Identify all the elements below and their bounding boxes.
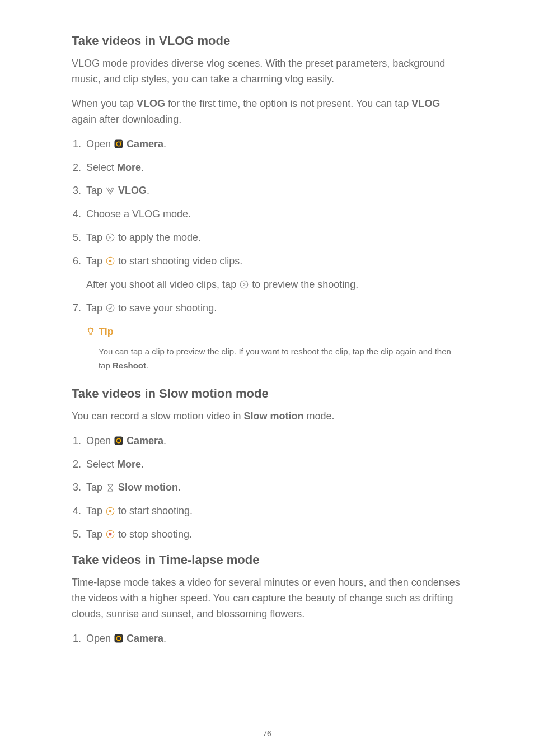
list-item: Open Camera.	[72, 433, 462, 449]
svg-point-2	[121, 141, 122, 142]
hourglass-icon	[105, 483, 115, 493]
text: Tap	[86, 529, 105, 540]
list-item: Tap Slow motion.	[72, 480, 462, 496]
stop-icon	[105, 529, 115, 539]
text: to apply the mode.	[115, 232, 201, 243]
svg-point-17	[121, 636, 122, 637]
list-item: Tap to save your shooting.	[72, 301, 462, 316]
text: VLOG mode provides diverse vlog scenes. …	[72, 58, 414, 69]
text: for the first time, the option is not pr…	[165, 98, 411, 109]
text: .	[147, 185, 149, 196]
vlog-label: VLOG	[118, 185, 147, 196]
text: Tap	[86, 232, 105, 243]
svg-rect-15	[115, 634, 123, 643]
tip-block: Tip You can tap a clip to preview the cl…	[86, 324, 462, 373]
preview-circle-icon	[239, 279, 249, 290]
section-timelapse: Take videos in Time-lapse mode Time-laps…	[72, 550, 462, 647]
list-item: Tap to apply the mode.	[72, 230, 462, 246]
record-icon	[105, 506, 115, 516]
text: Tap	[86, 255, 105, 267]
svg-point-7	[106, 304, 114, 312]
vlog-label: VLOG	[137, 98, 165, 109]
slowmo-desc: You can record a slow motion video in Sl…	[72, 409, 462, 424]
list-item: Tap to start shooting.	[72, 503, 462, 519]
timelapse-steps: Open Camera.	[72, 631, 462, 647]
heading-timelapse: Take videos in Time-lapse mode	[72, 550, 462, 570]
slowmo-label: Slow motion	[244, 410, 304, 422]
svg-rect-14	[109, 533, 112, 536]
svg-point-6	[240, 281, 248, 289]
camera-label: Camera	[127, 633, 163, 644]
svg-rect-0	[115, 139, 123, 148]
text: .	[141, 459, 144, 470]
tip-heading: Tip	[86, 324, 462, 340]
text: Tap	[86, 482, 105, 493]
camera-label: Camera	[127, 435, 163, 446]
heading-slowmo: Take videos in Slow motion mode	[72, 384, 462, 403]
list-item: Tap to stop shooting.	[72, 527, 462, 543]
text: Camera	[127, 435, 163, 446]
text: Time-lapse mode takes a video for severa…	[72, 577, 428, 588]
tip-body: You can tap a clip to preview the clip. …	[99, 344, 462, 373]
camera-label: Camera	[127, 138, 163, 150]
text: to preview the shooting.	[249, 279, 358, 290]
tip-label: Tip	[99, 324, 114, 340]
page-number: 76	[0, 728, 534, 740]
svg-point-12	[109, 510, 112, 512]
text: You can record a slow motion video in	[72, 410, 244, 422]
text: Tap	[86, 185, 105, 196]
more-label: More	[117, 459, 141, 470]
text: Open	[86, 435, 114, 446]
text: .	[178, 482, 181, 493]
text: You can tap a clip to preview the clip. …	[99, 347, 451, 371]
list-item: Tap to start shooting video clips. After…	[72, 254, 462, 293]
svg-rect-8	[115, 436, 123, 445]
slowmo-steps: Open Camera. Select More. Tap Slow motio…	[72, 433, 462, 543]
text: Camera	[127, 138, 163, 150]
heading-vlog: Take videos in VLOG mode	[72, 31, 462, 50]
text: .	[163, 435, 166, 446]
lightbulb-icon	[86, 327, 95, 336]
text: mode.	[304, 410, 335, 422]
more-label: More	[117, 162, 141, 173]
text: again after downloading.	[72, 114, 181, 125]
list-item: Choose a VLOG mode.	[72, 207, 462, 222]
text: .	[146, 361, 148, 370]
list-item: Select More.	[72, 457, 462, 473]
text: Select	[86, 162, 117, 173]
text: .	[141, 162, 144, 173]
substep: After you shoot all video clips, tap to …	[86, 277, 462, 293]
vlog-icon	[105, 186, 115, 196]
timelapse-desc: Time-lapse mode takes a video for severa…	[72, 575, 462, 622]
vlog-desc-1: VLOG mode provides diverse vlog scenes. …	[72, 56, 462, 87]
section-vlog: Take videos in VLOG mode VLOG mode provi…	[72, 31, 462, 373]
text: VLOG	[118, 185, 147, 196]
text: to save your shooting.	[115, 302, 217, 314]
list-item: Select More.	[72, 160, 462, 176]
text: .	[163, 633, 166, 644]
text: .	[163, 138, 166, 150]
camera-app-icon	[114, 633, 124, 643]
camera-app-icon	[114, 139, 124, 149]
vlog-label: VLOG	[411, 98, 440, 109]
text: to start shooting.	[115, 505, 193, 516]
check-circle-icon	[105, 303, 115, 313]
text: to start shooting video clips.	[115, 255, 242, 267]
vlog-steps: Open Camera. Select More. Tap VLOG. Choo…	[72, 137, 462, 316]
text: After you shoot all video clips, tap	[86, 279, 239, 290]
text: When you tap	[72, 98, 137, 109]
text: Camera	[127, 633, 163, 644]
text: Choose a VLOG mode.	[86, 208, 191, 220]
svg-point-5	[109, 260, 112, 263]
list-item: Open Camera.	[72, 631, 462, 647]
text: Slow motion	[118, 482, 178, 493]
list-item: Tap VLOG.	[72, 183, 462, 199]
reshoot-label: Reshoot	[113, 361, 146, 370]
text: Select	[86, 459, 117, 470]
text: Open	[86, 633, 114, 644]
text: Open	[86, 138, 114, 150]
section-slowmo: Take videos in Slow motion mode You can …	[72, 384, 462, 543]
play-circle-icon	[105, 232, 115, 242]
text: Tap	[86, 505, 105, 516]
record-icon	[105, 256, 115, 266]
